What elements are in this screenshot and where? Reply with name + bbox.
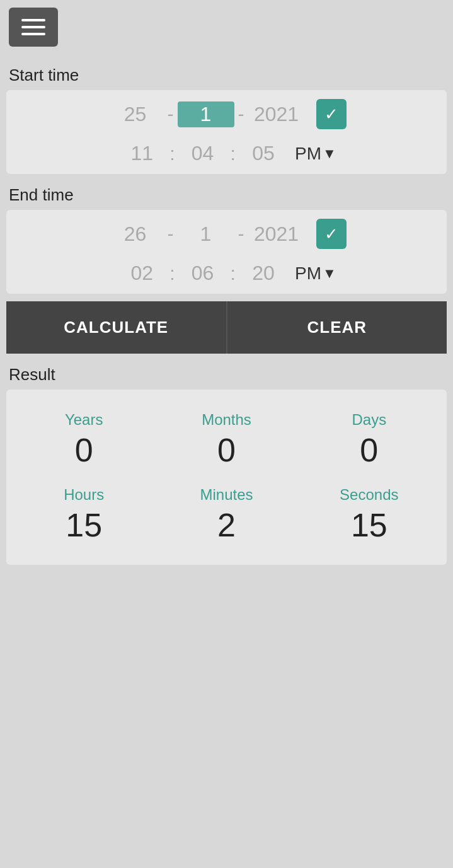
start-confirm-button[interactable]: ✓ (316, 99, 347, 129)
end-time-card: 26 - 1 - 2021 ✓ 02 : 06 : 20 PM ▼ (6, 210, 447, 294)
end-ampm-dropdown-icon: ▼ (323, 265, 336, 282)
end-minute[interactable]: 06 (178, 262, 228, 285)
days-label: Days (352, 411, 386, 429)
end-day[interactable]: 26 (107, 223, 164, 246)
checkmark-icon: ✓ (324, 226, 338, 242)
menu-button[interactable] (9, 8, 58, 47)
result-years-cell: Years 0 (13, 402, 155, 477)
result-hours-cell: Hours 15 (13, 477, 155, 552)
start-colon2: : (231, 143, 236, 165)
start-sep1: - (168, 103, 174, 125)
start-date-row: 25 - 1 - 2021 ✓ (19, 99, 434, 129)
seconds-label: Seconds (340, 486, 398, 504)
end-month[interactable]: 1 (178, 223, 234, 246)
end-sep1: - (168, 223, 174, 245)
seconds-value: 15 (351, 507, 387, 543)
end-colon2: : (231, 263, 236, 284)
end-colon1: : (169, 263, 175, 284)
start-ampm-dropdown-icon: ▼ (323, 146, 336, 162)
months-label: Months (202, 411, 251, 429)
start-time-card: 25 - 1 - 2021 ✓ 11 : 04 : 05 PM ▼ (6, 90, 447, 174)
hamburger-icon (21, 33, 45, 35)
end-year[interactable]: 2021 (248, 223, 305, 246)
years-value: 0 (75, 432, 93, 468)
end-date-row: 26 - 1 - 2021 ✓ (19, 219, 434, 249)
end-sep2: - (238, 223, 244, 245)
hamburger-icon (21, 19, 45, 21)
result-months-cell: Months 0 (155, 402, 297, 477)
start-hour[interactable]: 11 (117, 142, 167, 165)
result-grid: Years 0 Months 0 Days 0 Hours 15 Minutes… (13, 402, 440, 552)
start-colon1: : (169, 143, 175, 165)
start-minute[interactable]: 04 (178, 142, 228, 165)
days-value: 0 (360, 432, 378, 468)
end-ampm-wrapper[interactable]: PM ▼ (295, 263, 336, 284)
start-month[interactable]: 1 (178, 101, 234, 127)
start-ampm: PM (295, 144, 321, 164)
end-hour[interactable]: 02 (117, 262, 167, 285)
calculate-button[interactable]: CALCULATE (6, 301, 227, 354)
end-time-row: 02 : 06 : 20 PM ▼ (19, 262, 434, 285)
start-second[interactable]: 05 (238, 142, 289, 165)
result-card: Years 0 Months 0 Days 0 Hours 15 Minutes… (6, 390, 447, 565)
start-sep2: - (238, 103, 244, 125)
start-time-label: Start time (0, 54, 453, 90)
start-year[interactable]: 2021 (248, 103, 305, 126)
years-label: Years (65, 411, 103, 429)
months-value: 0 (217, 432, 236, 468)
result-label: Result (0, 354, 453, 390)
end-ampm: PM (295, 263, 321, 284)
hours-label: Hours (64, 486, 104, 504)
clear-button[interactable]: CLEAR (227, 301, 447, 354)
hours-value: 15 (66, 507, 102, 543)
result-seconds-cell: Seconds 15 (298, 477, 440, 552)
checkmark-icon: ✓ (324, 106, 338, 122)
start-ampm-wrapper[interactable]: PM ▼ (295, 144, 336, 164)
minutes-label: Minutes (200, 486, 253, 504)
end-second[interactable]: 20 (238, 262, 289, 285)
start-day[interactable]: 25 (107, 103, 164, 126)
header (0, 0, 453, 54)
start-time-row: 11 : 04 : 05 PM ▼ (19, 142, 434, 165)
result-days-cell: Days 0 (298, 402, 440, 477)
end-confirm-button[interactable]: ✓ (316, 219, 347, 249)
end-time-label: End time (0, 174, 453, 210)
result-minutes-cell: Minutes 2 (155, 477, 297, 552)
hamburger-icon (21, 26, 45, 28)
action-buttons: CALCULATE CLEAR (6, 301, 447, 354)
minutes-value: 2 (217, 507, 236, 543)
